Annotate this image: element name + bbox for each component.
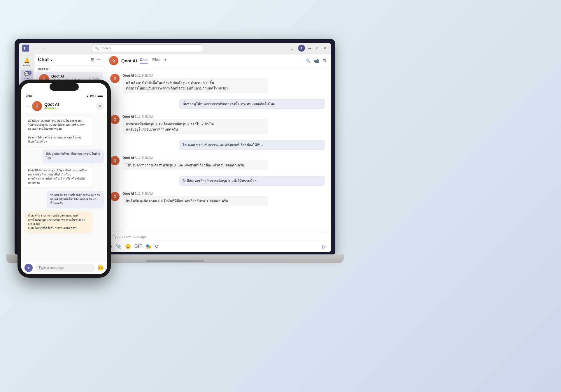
phone-device: 9:41 ▲ WiFi ■■■ ← Q Qoot AI Available ⊕ xyxy=(17,80,111,278)
bot-avatar-1: Q xyxy=(110,74,120,83)
phone-status-icons: ▲ WiFi ■■■ xyxy=(86,94,103,98)
teams-logo: T xyxy=(22,45,29,52)
chat-header: Q Qoot AI Chat Files + 🔍 📹 xyxy=(104,54,331,68)
phone-contact-avatar: Q xyxy=(32,101,42,111)
chat-chevron-icon: ∨ xyxy=(50,58,53,62)
maximize-button[interactable]: □ xyxy=(314,45,320,51)
message-bubble-4: โอเคเลย ช่วยปรับตารางและแจ้งฝ่ายที่เกี่ย… xyxy=(179,140,325,150)
message-bubble-5: ได้ปรับตารางการผลิตสำหรับรุ่น X และแจ้งฝ… xyxy=(122,160,268,170)
activity-label: Activity xyxy=(23,64,30,66)
phone-status-bar: 9:41 ▲ WiFi ■■■ xyxy=(21,92,107,99)
message-bubble-3: การปรับเพื่อผลิตรุ่น X จะเลื่อนการผลิตรุ… xyxy=(122,119,268,134)
phone-emoji-button[interactable]: 😊 xyxy=(97,265,104,271)
back-button[interactable]: ‹ xyxy=(31,45,38,52)
phone-header: ← Q Qoot AI Available ⊕ xyxy=(21,99,107,113)
filter-icon[interactable]: ⊞ xyxy=(91,57,94,62)
phone-add-button[interactable]: + xyxy=(24,264,33,272)
message-content-7: Qoot AI 5/12, 9:16 AM ยินดีครับ จะติดตาม… xyxy=(122,192,325,206)
chat-list-header: Chat ∨ ⊞ ✏ xyxy=(34,54,104,66)
emoji-icon[interactable]: 😊 xyxy=(125,244,131,249)
sidebar-item-activity[interactable]: 🔔 Activity xyxy=(21,56,33,68)
phone-back-button[interactable]: ← xyxy=(24,103,30,109)
input-toolbar: A 📎 😊 GIF 🎭 ↺ ▷ xyxy=(109,244,326,249)
activity-icon: 🔔 xyxy=(24,58,30,63)
search-in-chat-icon[interactable]: 🔍 xyxy=(306,58,311,63)
loop-icon[interactable]: ↺ xyxy=(155,244,159,249)
search-icon: 🔍 xyxy=(95,46,99,50)
message-content-5: Qoot AI 5/12, 9:16 AM ได้ปรับตารางการผลิ… xyxy=(122,156,325,170)
message-group-3: Q Qoot AI 5/12, 9:16 AM การปรับเพื่อผลิต… xyxy=(110,115,325,134)
message-meta-3: Qoot AI 5/12, 9:16 AM xyxy=(122,115,325,118)
phone-message-5: กำลังสร้างรายงาน รวมข้อมูลจากเซนเซอร์ กา… xyxy=(24,211,92,233)
chat-header-tabs: Chat Files + xyxy=(140,58,166,64)
gif-icon[interactable]: GIF xyxy=(134,244,142,249)
phone-screen: 9:41 ▲ WiFi ■■■ ← Q Qoot AI Available ⊕ xyxy=(21,83,107,274)
message-bubble-6: ถ้ามีอัพเดทเกี่ยวกับการผลิตรุ่น X แจ้งให… xyxy=(179,176,325,186)
message-group-5: Q Qoot AI 5/12, 9:16 AM ได้ปรับตารางการผ… xyxy=(110,156,325,170)
phone-messages-area: แจ้งเตือน: พบสินค้าจำนวน 5% ใน Lot #L102… xyxy=(21,113,107,261)
message-content-2: นั่นช่วยดูให้หน่อยว่าการปรับตารางนี้จะกร… xyxy=(110,99,325,109)
user-avatar[interactable]: A xyxy=(298,45,305,52)
dynamic-island xyxy=(50,83,79,91)
tab-files[interactable]: Files xyxy=(152,58,159,64)
bot-avatar-5: Q xyxy=(110,156,120,165)
message-input-box[interactable]: Type a new message xyxy=(109,232,326,241)
chat-list-title: Chat ∨ xyxy=(38,57,53,63)
sticker-icon[interactable]: 🎭 xyxy=(145,244,151,249)
nav-buttons: ‹ › xyxy=(31,45,47,52)
message-content-1: Qoot AI 5/12, 9:15 AM แจ้งเตือน: มีคำสั่… xyxy=(122,74,325,93)
message-bubble-7: ยินดีครับ จะติดตามและแจ้งทันทีที่มีอัพเด… xyxy=(122,196,268,206)
phone-text-input[interactable]: Type a message xyxy=(35,264,95,272)
message-input-area: Type a new message A 📎 😊 GIF 🎭 ↺ ▷ xyxy=(104,229,331,252)
qoot-name: Qoot AI xyxy=(51,74,86,78)
phone-message-3: สินค้าที่ไม่ผ่านมาตรฐานมีปัญหาในด้านขนาด… xyxy=(24,166,92,187)
tab-add[interactable]: + xyxy=(164,58,166,64)
phone-contact-info: Qoot AI Available xyxy=(44,102,93,110)
phone-contact-name: Qoot AI xyxy=(44,102,93,107)
send-button[interactable]: ▷ xyxy=(322,244,326,249)
chat-header-actions: 🔍 📹 ⊞ xyxy=(306,58,326,63)
message-meta-5: Qoot AI 5/12, 9:16 AM xyxy=(122,156,325,159)
message-group-6: ถ้ามีอัพเดทเกี่ยวกับการผลิตรุ่น X แจ้งให… xyxy=(110,176,325,186)
message-group-7: Q Qoot AI 5/12, 9:16 AM ยินดีครับ จะติดต… xyxy=(110,192,325,206)
recent-section-label: Recent xyxy=(34,66,104,71)
chat-badge: 2 xyxy=(27,71,31,75)
tab-chat[interactable]: Chat xyxy=(140,58,148,64)
forward-button[interactable]: › xyxy=(40,45,47,52)
search-bar[interactable]: 🔍 Search xyxy=(92,44,203,52)
phone-message-1: แจ้งเตือน: พบสินค้าจำนวน 5% ใน Lot #L102… xyxy=(24,117,92,146)
phone-action-button[interactable]: ⊕ xyxy=(96,102,104,110)
message-meta-1: Qoot AI 5/12, 9:15 AM xyxy=(122,74,325,77)
message-content-4: โอเคเลย ช่วยปรับตารางและแจ้งฝ่ายที่เกี่ย… xyxy=(110,140,325,150)
message-group-1: Q Qoot AI 5/12, 9:15 AM แจ้งเตือน: มีคำส… xyxy=(110,74,325,93)
search-placeholder: Search xyxy=(101,46,111,50)
phone-input-bar: + Type a message 😊 xyxy=(21,261,107,274)
chat-list-title-text: Chat xyxy=(38,57,49,63)
message-content-6: ถ้ามีอัพเดทเกี่ยวกับการผลิตรุ่น X แจ้งให… xyxy=(110,176,325,186)
bot-avatar-3: Q xyxy=(110,115,120,124)
close-button[interactable]: ✕ xyxy=(322,45,328,51)
message-group-4: โอเคเลย ช่วยปรับตารางและแจ้งฝ่ายที่เกี่ย… xyxy=(110,140,325,150)
chat-header-name: Qoot AI xyxy=(121,58,137,63)
message-bubble-2: นั่นช่วยดูให้หน่อยว่าการปรับตารางนี้จะกร… xyxy=(179,99,325,109)
title-bar: T ‹ › 🔍 Search ... xyxy=(19,43,331,54)
minimize-button[interactable]: — xyxy=(307,45,313,51)
chat-header-avatar: Q xyxy=(109,56,118,65)
bot-avatar-7: Q xyxy=(110,192,120,201)
chat-main-panel: Q Qoot AI Chat Files + 🔍 📹 xyxy=(104,54,331,252)
phone-contact-status: Available xyxy=(44,107,93,110)
more-options-icon[interactable]: ⊞ xyxy=(322,58,326,63)
svg-text:T: T xyxy=(23,46,26,50)
chat-list-header-actions: ⊞ ✏ xyxy=(91,57,101,62)
messages-area: Q Qoot AI 5/12, 9:15 AM แจ้งเตือน: มีคำส… xyxy=(104,68,331,229)
video-call-icon[interactable]: 📹 xyxy=(314,58,319,63)
message-bubble-1: แจ้งเตือน: มีคำสั่งซื้อใหม่สำหรับสินค้าร… xyxy=(122,78,268,93)
title-bar-right: ... A — □ ✕ xyxy=(289,45,328,52)
message-group-2: นั่นช่วยดูให้หน่อยว่าการปรับตารางนี้จะกร… xyxy=(110,99,325,109)
new-chat-icon[interactable]: ✏ xyxy=(97,57,101,62)
attach-icon[interactable]: 📎 xyxy=(116,244,122,249)
message-content-3: Qoot AI 5/12, 9:16 AM การปรับเพื่อผลิตรุ… xyxy=(122,115,325,134)
more-menu[interactable]: ... xyxy=(289,45,296,51)
phone-message-2: มีข้อมูลเพิ่มเติมไหมว่าไม่ผ่านมาตรฐานในด… xyxy=(43,150,104,163)
phone-time: 9:41 xyxy=(26,94,33,98)
